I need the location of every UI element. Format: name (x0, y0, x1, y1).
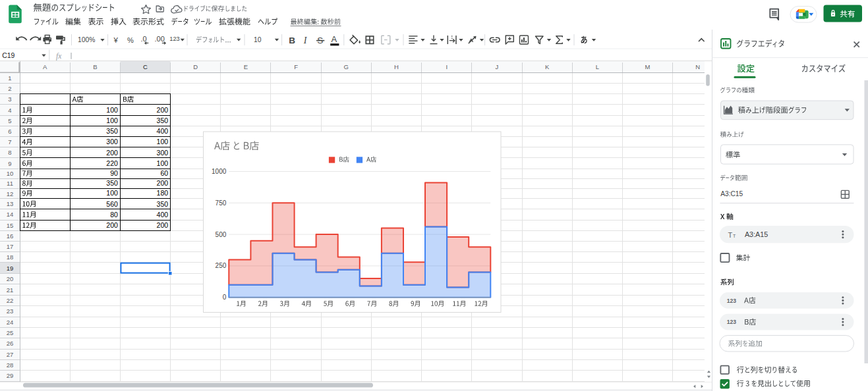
svg-text:¥: ¥ (113, 36, 119, 44)
svg-text:200: 200 (157, 221, 169, 229)
svg-text:80: 80 (110, 211, 118, 219)
svg-text:100: 100 (157, 159, 169, 167)
svg-text:4: 4 (8, 107, 11, 114)
svg-text:2: 2 (8, 85, 11, 92)
svg-text:.00: .00 (155, 35, 165, 43)
svg-text:24: 24 (7, 319, 14, 326)
svg-text:123: 123 (727, 319, 737, 325)
svg-text:26: 26 (7, 340, 14, 347)
svg-text:60: 60 (160, 169, 168, 177)
svg-text:100%: 100% (78, 36, 95, 43)
svg-text:H: H (394, 63, 399, 70)
svg-text:21: 21 (7, 286, 14, 294)
svg-text:200: 200 (157, 106, 169, 114)
svg-text:200: 200 (157, 179, 169, 187)
svg-text:25: 25 (7, 329, 14, 336)
svg-text:100: 100 (106, 117, 118, 124)
svg-text:22: 22 (7, 297, 14, 304)
svg-text:750: 750 (216, 199, 227, 207)
svg-text:M: M (645, 63, 651, 70)
svg-text:15: 15 (7, 222, 14, 229)
svg-text:1: 1 (8, 74, 11, 82)
svg-text:100: 100 (106, 106, 118, 114)
svg-text:F: F (294, 63, 298, 70)
svg-text:C: C (143, 63, 148, 70)
svg-text:C19: C19 (2, 51, 14, 59)
svg-text:E: E (244, 63, 248, 70)
svg-text:16: 16 (7, 232, 14, 240)
svg-text:200: 200 (106, 221, 118, 229)
svg-text:3: 3 (8, 95, 11, 103)
svg-text:L: L (596, 63, 599, 70)
svg-text:A: A (331, 34, 337, 44)
svg-text:90: 90 (110, 169, 118, 177)
svg-text:D: D (193, 63, 198, 70)
svg-text:B: B (289, 36, 295, 45)
svg-text:400: 400 (157, 211, 169, 219)
svg-text:180: 180 (157, 189, 169, 197)
svg-text:12: 12 (7, 190, 14, 197)
svg-text:350: 350 (157, 200, 169, 208)
svg-text:K: K (545, 63, 550, 70)
svg-text:J: J (496, 63, 499, 70)
svg-text:A: A (43, 63, 47, 70)
svg-text:18: 18 (7, 253, 14, 261)
svg-text:250: 250 (216, 262, 227, 269)
svg-text:200: 200 (106, 149, 118, 157)
svg-text:fx: fx (56, 52, 62, 61)
svg-text:350: 350 (106, 179, 118, 187)
svg-text:350: 350 (106, 127, 118, 135)
svg-text:1000: 1000 (212, 168, 227, 175)
svg-text:6: 6 (8, 128, 11, 135)
svg-text:%: % (127, 36, 134, 44)
svg-text:T: T (733, 234, 736, 238)
svg-text:100: 100 (106, 189, 118, 197)
svg-text:G: G (344, 63, 349, 70)
svg-text:17: 17 (7, 243, 14, 250)
svg-text:.0: .0 (141, 35, 147, 43)
svg-text:11: 11 (7, 180, 13, 187)
svg-text:10: 10 (254, 36, 262, 43)
svg-text:N: N (695, 63, 700, 70)
svg-text:7: 7 (8, 138, 11, 145)
svg-text:19: 19 (7, 265, 14, 272)
svg-text:5: 5 (8, 117, 11, 124)
svg-text:I: I (446, 63, 448, 70)
svg-text:29: 29 (7, 372, 14, 379)
svg-text:9: 9 (8, 160, 11, 167)
svg-text:123: 123 (727, 298, 737, 304)
svg-text:B: B (93, 63, 97, 70)
svg-text:300: 300 (157, 149, 169, 157)
svg-text:0: 0 (223, 294, 227, 301)
svg-text:8: 8 (8, 149, 11, 156)
svg-text:123: 123 (169, 36, 179, 42)
svg-text:300: 300 (106, 138, 118, 145)
svg-text:23: 23 (7, 307, 14, 315)
svg-text:220: 220 (106, 159, 118, 167)
svg-text:100: 100 (157, 138, 169, 145)
svg-text:400: 400 (157, 127, 169, 135)
svg-text:350: 350 (157, 117, 169, 124)
svg-text:T: T (728, 231, 733, 239)
svg-text:28: 28 (7, 361, 14, 369)
svg-text:14: 14 (7, 211, 14, 218)
svg-text:A3:C15: A3:C15 (720, 190, 743, 197)
svg-text:500: 500 (216, 231, 227, 238)
svg-text:10: 10 (7, 170, 14, 177)
svg-text:27: 27 (7, 351, 14, 358)
svg-text:560: 560 (106, 200, 118, 208)
svg-text:20: 20 (7, 275, 14, 282)
svg-text:A3:A15: A3:A15 (745, 230, 768, 238)
svg-text:13: 13 (7, 200, 14, 207)
